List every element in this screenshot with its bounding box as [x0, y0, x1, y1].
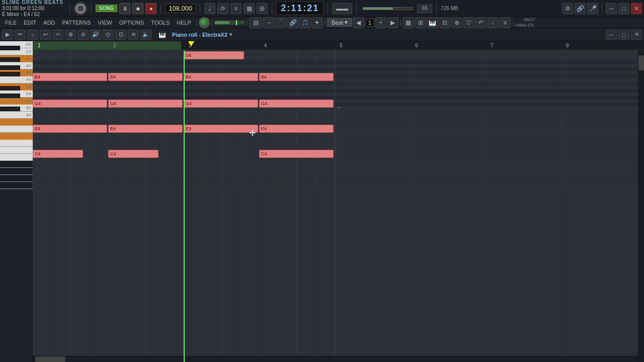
settings-icon[interactable]: ⚙: [562, 3, 573, 14]
loop-icon[interactable]: ⟳: [217, 3, 228, 14]
record-button2[interactable]: ●: [145, 3, 156, 14]
volume-knob[interactable]: 65: [417, 4, 432, 13]
plus-beat[interactable]: +: [375, 17, 386, 28]
key-fs4[interactable]: [0, 72, 20, 76]
volume-bar[interactable]: [214, 21, 245, 25]
undo-icon[interactable]: ↶: [475, 17, 487, 28]
funnel-icon[interactable]: ▽: [463, 17, 474, 28]
pr-maximize[interactable]: □: [618, 30, 629, 40]
menu-patterns[interactable]: PATTERNS: [59, 19, 94, 27]
key-gs4[interactable]: [0, 65, 20, 70]
mixer-icon[interactable]: ≡: [230, 3, 242, 14]
wave-tool[interactable]: ≋: [128, 30, 139, 40]
stop-button[interactable]: ■: [132, 3, 143, 14]
note-e3-m3[interactable]: E3: [184, 125, 258, 133]
note-b4-m3[interactable]: B4: [184, 73, 258, 81]
menu-options[interactable]: OPTIONS: [116, 19, 147, 27]
grid-icon[interactable]: ⊟: [439, 17, 450, 28]
key-a2[interactable]: [0, 161, 33, 168]
piano-keyboard[interactable]: D5 C5 B4 A4 G4 F4 E4 D4: [0, 41, 33, 362]
plugin-icon2[interactable]: ⊕: [451, 17, 462, 28]
select-tool[interactable]: ↩: [40, 30, 51, 40]
menu-file[interactable]: FILE: [2, 19, 20, 27]
note-g4-m4[interactable]: G4: [259, 100, 334, 108]
menu-view[interactable]: VIEW: [95, 19, 115, 27]
note-g4-m3[interactable]: G4: [184, 100, 258, 108]
master-knob[interactable]: [199, 17, 210, 28]
next-beat[interactable]: ▶: [387, 17, 398, 28]
pr-close[interactable]: ✕: [631, 30, 642, 40]
minimize-icon[interactable]: ─: [606, 3, 617, 14]
erase-tool[interactable]: ○: [27, 30, 38, 40]
close-icon[interactable]: ✕: [631, 3, 642, 14]
record-button[interactable]: [74, 2, 87, 15]
key-d3[interactable]: [0, 140, 33, 147]
key-a3[interactable]: A3: [0, 112, 33, 119]
menu-add[interactable]: ADD: [40, 19, 58, 27]
note-b4-m1[interactable]: B4: [33, 73, 107, 81]
plugin-icon[interactable]: ⊞: [257, 3, 268, 14]
link-icon[interactable]: 🔗: [575, 3, 586, 14]
maximize-icon[interactable]: □: [618, 3, 629, 14]
mic-icon[interactable]: 🎤: [587, 3, 598, 14]
key-e3[interactable]: [0, 133, 33, 140]
chain-icon[interactable]: 🔗: [287, 17, 298, 28]
key-as3[interactable]: [0, 107, 20, 111]
key-cs5[interactable]: [0, 46, 20, 50]
note-c4-m4[interactable]: C4: [259, 150, 334, 158]
magnet-tool[interactable]: ⊘: [77, 30, 89, 40]
menu-help[interactable]: HELP: [174, 19, 194, 27]
note-d5[interactable]: D5: [184, 51, 244, 59]
note-b4-m2[interactable]: B4: [108, 73, 183, 81]
menu-edit[interactable]: EDIT: [21, 19, 39, 27]
metronome-icon[interactable]: ♩: [204, 3, 215, 14]
waveform-icon[interactable]: ▬▬: [332, 3, 352, 14]
snap-icon[interactable]: ▦: [403, 17, 414, 28]
beat-dropdown[interactable]: Beat ▾: [327, 18, 352, 27]
key-c4[interactable]: C4: [0, 98, 33, 105]
key-f4[interactable]: F4: [0, 76, 33, 83]
key-g3[interactable]: [0, 119, 33, 126]
cut-tool[interactable]: ✂: [52, 30, 63, 40]
beat-icon2[interactable]: ▦: [244, 3, 255, 14]
pr-minimize[interactable]: ─: [606, 30, 617, 40]
mute-tool[interactable]: ⊗: [65, 30, 76, 40]
magnet-icon[interactable]: ⊞: [415, 17, 426, 28]
playlist-icon[interactable]: ▤: [249, 17, 262, 28]
note-b4-m4[interactable]: B4: [259, 73, 334, 81]
key-f2[interactable]: [0, 175, 33, 182]
audio-icon[interactable]: 🎵: [299, 17, 310, 28]
key-b2[interactable]: [0, 154, 33, 161]
select2-tool[interactable]: ⊡: [115, 30, 126, 40]
list-icon[interactable]: ≡: [500, 17, 511, 28]
note-c4-m1[interactable]: C4: [33, 150, 83, 158]
key-as4[interactable]: [0, 57, 20, 62]
piano-roll-nav[interactable]: 🎹 Piano roll - ElectraX2 ▾: [158, 31, 232, 38]
pause-button[interactable]: ⏸: [119, 3, 130, 14]
pr-scrollbar-h[interactable]: [33, 356, 638, 362]
note-c4-m2[interactable]: C4: [108, 150, 158, 158]
zoom-tool[interactable]: ◷: [103, 30, 114, 40]
key-c3[interactable]: [0, 147, 33, 154]
curve-icon[interactable]: ⌒: [275, 17, 286, 28]
tempo-display[interactable]: 108.000: [165, 4, 196, 13]
play-tool[interactable]: ▶: [2, 30, 13, 40]
volume-tool[interactable]: 🔈: [140, 30, 151, 40]
pr-notes-area[interactable]: D5 B4 B4 B4 B4 G4 G4 G4 G4 → E4 E4 E3 E4: [33, 50, 644, 362]
download-icon[interactable]: ↓: [488, 17, 499, 28]
note-e4-m1[interactable]: E4: [33, 125, 107, 133]
menu-tools[interactable]: TOOLS: [148, 19, 173, 27]
prev-beat[interactable]: ◀: [353, 17, 364, 28]
note-e4-m4[interactable]: E4: [259, 125, 334, 133]
master-volume[interactable]: [363, 7, 413, 10]
key-cs4[interactable]: [0, 94, 20, 98]
pr-scrollbar-v[interactable]: [638, 50, 644, 362]
beat-number[interactable]: 1: [365, 19, 374, 27]
note-e4-m2[interactable]: E4: [108, 125, 183, 133]
stamp-icon[interactable]: ✦: [311, 17, 323, 28]
key-f3[interactable]: [0, 126, 33, 133]
pencil-tool[interactable]: ✏: [15, 30, 26, 40]
arrow-icon[interactable]: →: [263, 17, 274, 28]
note-g4-m2[interactable]: G4: [108, 100, 183, 108]
key-ds4[interactable]: [0, 86, 20, 90]
